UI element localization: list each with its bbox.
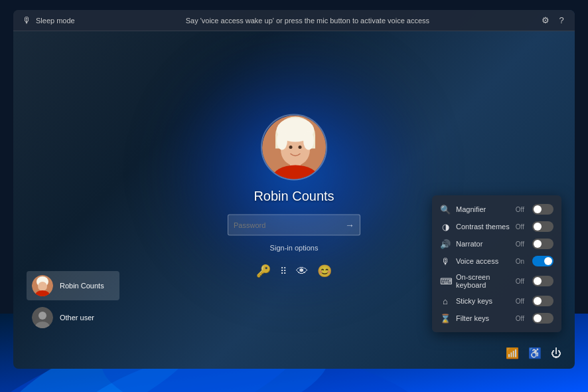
user-avatar-robin [32, 275, 53, 296]
voice-status: On [516, 258, 524, 265]
accessibility-filter[interactable]: ⌛ Filter keys Off [432, 310, 561, 327]
contrast-status: Off [516, 223, 524, 231]
accessibility-sticky[interactable]: ⌂ Sticky keys Off [432, 292, 561, 310]
svg-point-9 [289, 146, 293, 149]
face-icon[interactable]: 😊 [317, 264, 332, 278]
contrast-label: Contrast themes [456, 223, 510, 231]
help-toolbar-icon[interactable]: ? [556, 15, 567, 26]
signin-icons-row: 🔑 ⠿ 👁 😊 [256, 264, 332, 278]
password-input[interactable] [234, 221, 345, 229]
login-area: Robin Counts → Sign-in options 🔑 ⠿ 👁 😊 [228, 114, 360, 278]
user-item-robin[interactable]: Robin Counts [27, 271, 119, 300]
sleep-mode-label: Sleep mode [36, 17, 75, 25]
sign-in-options-link[interactable]: Sign-in options [270, 244, 319, 252]
accessibility-narrator[interactable]: 🔊 Narrator Off [432, 235, 561, 252]
user-avatar-other [32, 307, 53, 328]
osk-status: Off [516, 278, 524, 285]
accessibility-magnifier[interactable]: 🔍 Magnifier Off [432, 201, 561, 218]
narrator-label: Narrator [456, 240, 510, 248]
key-icon[interactable]: 🔑 [256, 264, 271, 278]
pin-icon[interactable]: ⠿ [280, 266, 287, 276]
user-list: Robin Counts Other user [27, 271, 119, 332]
password-field[interactable]: → [228, 215, 360, 236]
power-tray-icon[interactable]: ⏻ [551, 347, 561, 359]
filter-toggle[interactable] [532, 313, 553, 324]
contrast-toggle[interactable] [532, 221, 553, 232]
svg-point-18 [38, 282, 47, 291]
user-name-robin: Robin Counts [60, 282, 104, 290]
sticky-icon: ⌂ [440, 296, 451, 306]
magnifier-label: Magnifier [456, 205, 510, 213]
svg-point-15 [303, 132, 314, 150]
system-tray: 📶 ♿ ⏻ [506, 347, 561, 359]
wifi-tray-icon[interactable]: 📶 [506, 347, 519, 359]
osk-toggle[interactable] [532, 276, 553, 286]
toolbar-left: 🎙 Sleep mode [21, 15, 75, 26]
magnifier-icon: 🔍 [440, 205, 451, 215]
accessibility-tray-icon[interactable]: ♿ [528, 347, 542, 359]
narrator-icon: 🔊 [440, 239, 451, 249]
voice-toggle[interactable] [532, 256, 553, 266]
password-submit-arrow[interactable]: → [345, 220, 354, 231]
accessibility-osk[interactable]: ⌨ On-screen keyboard Off [432, 270, 561, 292]
user-name-other: Other user [60, 314, 94, 322]
mic-icon: 🎙 [21, 15, 32, 26]
toolbar-right: ⚙ ? [540, 15, 567, 26]
accessibility-contrast[interactable]: ◑ Contrast themes Off [432, 218, 561, 235]
voice-icon: 🎙 [440, 256, 451, 266]
svg-point-14 [277, 132, 287, 150]
filter-status: Off [516, 315, 524, 322]
toolbar-center-message: Say 'voice access wake up' or press the … [186, 17, 429, 25]
svg-point-10 [299, 146, 302, 149]
settings-toolbar-icon[interactable]: ⚙ [540, 15, 551, 26]
svg-point-21 [38, 312, 46, 320]
accessibility-voice[interactable]: 🎙 Voice access On [432, 252, 561, 270]
contrast-icon: ◑ [440, 222, 451, 232]
filter-label: Filter keys [456, 314, 510, 322]
magnifier-toggle[interactable] [532, 204, 553, 215]
accessibility-panel: 🔍 Magnifier Off ◑ Contrast themes Off 🔊 … [432, 195, 561, 332]
user-name-display: Robin Counts [254, 189, 334, 204]
lockscreen: 🎙 Sleep mode Say 'voice access wake up' … [13, 10, 575, 369]
magnifier-status: Off [516, 206, 524, 213]
osk-icon: ⌨ [440, 276, 451, 286]
user-item-other[interactable]: Other user [27, 303, 119, 332]
sticky-status: Off [516, 298, 524, 305]
sticky-label: Sticky keys [456, 297, 510, 305]
voice-toolbar: 🎙 Sleep mode Say 'voice access wake up' … [13, 10, 575, 31]
fingerprint-icon[interactable]: 👁 [296, 264, 308, 278]
sticky-toggle[interactable] [532, 296, 553, 306]
avatar [261, 114, 327, 181]
osk-label: On-screen keyboard [456, 273, 510, 289]
filter-icon: ⌛ [440, 314, 451, 324]
narrator-toggle[interactable] [532, 239, 553, 249]
voice-label: Voice access [456, 257, 510, 265]
narrator-status: Off [516, 241, 524, 248]
